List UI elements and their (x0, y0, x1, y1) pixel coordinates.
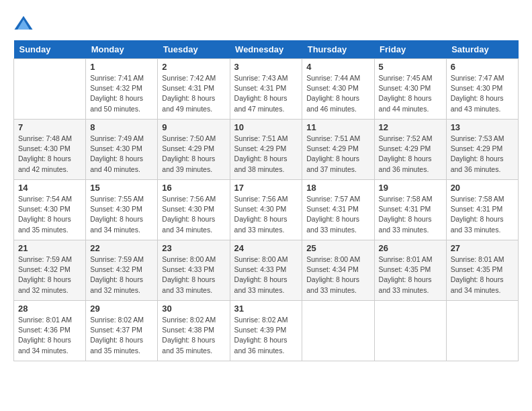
calendar-table: SundayMondayTuesdayWednesdayThursdayFrid… (13, 40, 519, 361)
day-info: Sunrise: 8:00 AMSunset: 4:33 PMDaylight:… (162, 255, 216, 294)
day-info: Sunrise: 7:50 AMSunset: 4:29 PMDaylight:… (162, 134, 216, 173)
day-info: Sunrise: 7:57 AMSunset: 4:31 PMDaylight:… (306, 195, 360, 234)
day-number: 30 (162, 304, 225, 314)
day-info: Sunrise: 7:51 AMSunset: 4:29 PMDaylight:… (306, 134, 360, 173)
day-info: Sunrise: 8:02 AMSunset: 4:39 PMDaylight:… (234, 316, 288, 355)
day-number: 19 (379, 183, 442, 193)
calendar-week-row: 14 Sunrise: 7:54 AMSunset: 4:30 PMDaylig… (14, 180, 519, 240)
day-info: Sunrise: 7:53 AMSunset: 4:29 PMDaylight:… (451, 134, 504, 173)
calendar-cell: 13 Sunrise: 7:53 AMSunset: 4:29 PMDaylig… (446, 120, 518, 180)
calendar-cell: 28 Sunrise: 8:01 AMSunset: 4:36 PMDaylig… (14, 301, 86, 361)
day-info: Sunrise: 8:00 AMSunset: 4:33 PMDaylight:… (234, 255, 288, 294)
calendar-cell: 3 Sunrise: 7:43 AMSunset: 4:31 PMDayligh… (230, 59, 302, 120)
logo (13, 13, 36, 34)
col-header-tuesday: Tuesday (158, 40, 230, 59)
calendar-cell: 6 Sunrise: 7:47 AMSunset: 4:30 PMDayligh… (446, 59, 518, 120)
day-number: 31 (234, 304, 298, 314)
day-info: Sunrise: 7:45 AMSunset: 4:30 PMDaylight:… (379, 74, 433, 113)
day-number: 26 (379, 243, 442, 253)
col-header-saturday: Saturday (446, 40, 518, 59)
day-info: Sunrise: 7:44 AMSunset: 4:30 PMDaylight:… (306, 74, 360, 113)
col-header-monday: Monday (86, 40, 158, 59)
day-number: 29 (90, 304, 153, 314)
calendar-cell: 30 Sunrise: 8:02 AMSunset: 4:38 PMDaylig… (158, 301, 230, 361)
day-number: 25 (306, 243, 369, 253)
calendar-cell (446, 301, 518, 361)
day-info: Sunrise: 8:02 AMSunset: 4:38 PMDaylight:… (162, 316, 216, 355)
day-number: 3 (234, 62, 298, 72)
col-header-sunday: Sunday (14, 40, 86, 59)
day-info: Sunrise: 8:01 AMSunset: 4:35 PMDaylight:… (451, 255, 504, 294)
calendar-cell (14, 59, 86, 120)
day-number: 12 (379, 122, 442, 132)
calendar-cell: 31 Sunrise: 8:02 AMSunset: 4:39 PMDaylig… (230, 301, 302, 361)
calendar-cell: 7 Sunrise: 7:48 AMSunset: 4:30 PMDayligh… (14, 120, 86, 180)
calendar-week-row: 28 Sunrise: 8:01 AMSunset: 4:36 PMDaylig… (14, 301, 519, 361)
day-info: Sunrise: 7:41 AMSunset: 4:32 PMDaylight:… (90, 74, 144, 113)
day-info: Sunrise: 7:52 AMSunset: 4:29 PMDaylight:… (379, 134, 433, 173)
day-info: Sunrise: 8:02 AMSunset: 4:37 PMDaylight:… (90, 316, 144, 355)
calendar-cell: 25 Sunrise: 8:00 AMSunset: 4:34 PMDaylig… (302, 240, 374, 301)
day-info: Sunrise: 7:43 AMSunset: 4:31 PMDaylight:… (234, 74, 288, 113)
day-number: 18 (306, 183, 369, 193)
calendar-cell: 16 Sunrise: 7:56 AMSunset: 4:30 PMDaylig… (158, 180, 230, 240)
day-number: 1 (90, 62, 153, 72)
day-number: 8 (90, 122, 153, 132)
day-number: 20 (451, 183, 514, 193)
day-number: 11 (306, 122, 369, 132)
day-info: Sunrise: 7:51 AMSunset: 4:29 PMDaylight:… (234, 134, 288, 173)
calendar-cell: 21 Sunrise: 7:59 AMSunset: 4:32 PMDaylig… (14, 240, 86, 301)
calendar-cell: 17 Sunrise: 7:56 AMSunset: 4:30 PMDaylig… (230, 180, 302, 240)
calendar-cell: 22 Sunrise: 7:59 AMSunset: 4:32 PMDaylig… (86, 240, 158, 301)
day-info: Sunrise: 7:49 AMSunset: 4:30 PMDaylight:… (90, 134, 144, 173)
day-info: Sunrise: 8:00 AMSunset: 4:34 PMDaylight:… (306, 255, 360, 294)
calendar-header-row: SundayMondayTuesdayWednesdayThursdayFrid… (14, 40, 519, 59)
day-info: Sunrise: 7:59 AMSunset: 4:32 PMDaylight:… (18, 255, 72, 294)
day-info: Sunrise: 7:54 AMSunset: 4:30 PMDaylight:… (18, 195, 72, 234)
day-number: 16 (162, 183, 225, 193)
calendar-cell: 14 Sunrise: 7:54 AMSunset: 4:30 PMDaylig… (14, 180, 86, 240)
day-number: 23 (162, 243, 225, 253)
calendar-cell: 26 Sunrise: 8:01 AMSunset: 4:35 PMDaylig… (374, 240, 446, 301)
calendar-cell: 29 Sunrise: 8:02 AMSunset: 4:37 PMDaylig… (86, 301, 158, 361)
day-number: 9 (162, 122, 225, 132)
day-number: 24 (234, 243, 298, 253)
calendar-cell: 9 Sunrise: 7:50 AMSunset: 4:29 PMDayligh… (158, 120, 230, 180)
day-info: Sunrise: 7:56 AMSunset: 4:30 PMDaylight:… (234, 195, 288, 234)
calendar-cell: 20 Sunrise: 7:58 AMSunset: 4:31 PMDaylig… (446, 180, 518, 240)
day-number: 13 (451, 122, 514, 132)
calendar-cell: 23 Sunrise: 8:00 AMSunset: 4:33 PMDaylig… (158, 240, 230, 301)
calendar-cell: 10 Sunrise: 7:51 AMSunset: 4:29 PMDaylig… (230, 120, 302, 180)
day-number: 28 (18, 304, 81, 314)
calendar-week-row: 21 Sunrise: 7:59 AMSunset: 4:32 PMDaylig… (14, 240, 519, 301)
calendar-cell: 18 Sunrise: 7:57 AMSunset: 4:31 PMDaylig… (302, 180, 374, 240)
col-header-friday: Friday (374, 40, 446, 59)
calendar-cell: 19 Sunrise: 7:58 AMSunset: 4:31 PMDaylig… (374, 180, 446, 240)
day-info: Sunrise: 7:42 AMSunset: 4:31 PMDaylight:… (162, 74, 216, 113)
calendar-cell: 15 Sunrise: 7:55 AMSunset: 4:30 PMDaylig… (86, 180, 158, 240)
day-number: 6 (451, 62, 514, 72)
calendar-cell: 8 Sunrise: 7:49 AMSunset: 4:30 PMDayligh… (86, 120, 158, 180)
day-info: Sunrise: 7:58 AMSunset: 4:31 PMDaylight:… (379, 195, 433, 234)
day-number: 22 (90, 243, 153, 253)
day-number: 27 (451, 243, 514, 253)
day-info: Sunrise: 8:01 AMSunset: 4:35 PMDaylight:… (379, 255, 433, 294)
day-number: 10 (234, 122, 298, 132)
day-info: Sunrise: 7:55 AMSunset: 4:30 PMDaylight:… (90, 195, 144, 234)
calendar-cell: 5 Sunrise: 7:45 AMSunset: 4:30 PMDayligh… (374, 59, 446, 120)
day-number: 2 (162, 62, 225, 72)
calendar-week-row: 7 Sunrise: 7:48 AMSunset: 4:30 PMDayligh… (14, 120, 519, 180)
calendar-cell: 2 Sunrise: 7:42 AMSunset: 4:31 PMDayligh… (158, 59, 230, 120)
day-number: 21 (18, 243, 81, 253)
calendar-cell (302, 301, 374, 361)
calendar-cell: 12 Sunrise: 7:52 AMSunset: 4:29 PMDaylig… (374, 120, 446, 180)
day-info: Sunrise: 8:01 AMSunset: 4:36 PMDaylight:… (18, 316, 72, 355)
day-info: Sunrise: 7:48 AMSunset: 4:30 PMDaylight:… (18, 134, 72, 173)
day-number: 14 (18, 183, 81, 193)
day-number: 17 (234, 183, 298, 193)
calendar-week-row: 1 Sunrise: 7:41 AMSunset: 4:32 PMDayligh… (14, 59, 519, 120)
col-header-wednesday: Wednesday (230, 40, 302, 59)
calendar-cell: 11 Sunrise: 7:51 AMSunset: 4:29 PMDaylig… (302, 120, 374, 180)
day-number: 5 (379, 62, 442, 72)
calendar-cell: 4 Sunrise: 7:44 AMSunset: 4:30 PMDayligh… (302, 59, 374, 120)
